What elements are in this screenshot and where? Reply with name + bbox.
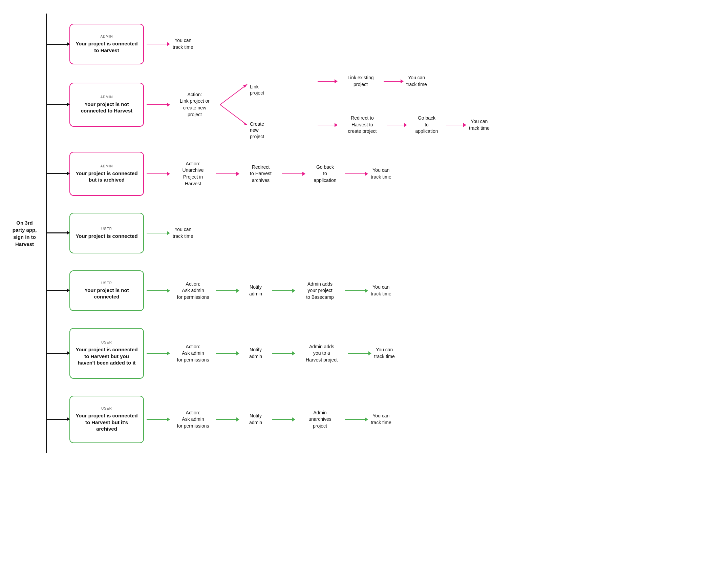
arrow-3c <box>282 172 305 176</box>
fork-container: Link project Create new project <box>220 78 254 132</box>
lower-branch-row: Redirect to Harvest to create project Go… <box>315 115 490 135</box>
arrow-branch-down-1 <box>318 123 338 127</box>
arrow-branch-down-3 <box>446 123 466 127</box>
arrow-6a <box>147 351 170 355</box>
arrow-head-5c <box>292 289 295 293</box>
arrow-line-6c <box>272 353 292 354</box>
fork-svg <box>220 78 254 132</box>
state-box-user-not-connected: USER Your project is not connected <box>69 270 144 311</box>
arrow-line-bu2 <box>384 81 401 82</box>
arrow-line-6b <box>216 353 236 354</box>
role-label-2: ADMIN <box>100 95 113 99</box>
step-3-1: Action: Unarchive Project in Harvest <box>173 161 213 187</box>
left-label: On 3rd party app, sign in to Harvest <box>13 219 37 248</box>
step-branch-up-2: You can track time <box>406 75 427 88</box>
step-7-4: You can track time <box>371 413 391 426</box>
branch-label-down: Create new project <box>250 115 264 140</box>
arrow-line-3c <box>282 173 302 174</box>
trunk-arrow-3 <box>67 171 70 175</box>
arrow-line-7c <box>272 419 292 420</box>
step-7-1: Action: Ask admin for permissions <box>173 410 213 430</box>
arrow-line-5b <box>216 290 236 291</box>
svg-line-1 <box>220 105 247 125</box>
arrow-line-3b <box>216 173 236 174</box>
arrow-3d <box>345 172 368 176</box>
state-box-admin-connected: ADMIN Your project is connected to Harve… <box>69 24 144 64</box>
trunk-branch-7 <box>46 419 69 420</box>
row2-main: ADMIN Your project is not connected to H… <box>46 75 720 135</box>
svg-line-0 <box>220 84 247 105</box>
arrow-5d <box>345 289 368 293</box>
arrow-5b <box>216 289 239 293</box>
outcome-1: You can track time <box>173 37 193 50</box>
arrow-head-3b <box>236 172 239 176</box>
arrow-head-7a <box>167 417 170 421</box>
first-step-2: Action: Link project or create new proje… <box>173 91 217 118</box>
arrow-line-bu1 <box>318 81 335 82</box>
state-title-2: Your project is not connected to Harvest <box>76 101 138 114</box>
trunk-arrow-4 <box>67 231 70 235</box>
arrow-head-7b <box>236 417 239 421</box>
row-admin-not-connected: ADMIN Your project is not connected to H… <box>46 75 720 145</box>
arrow-branch-down-2 <box>387 123 407 127</box>
arrow-head-bd2 <box>404 123 407 127</box>
arrow-line-7a <box>147 419 167 420</box>
state-box-user-archived: USER Your project is connected to Harves… <box>69 396 144 443</box>
arrow-line-bd2 <box>387 125 404 125</box>
arrow-head-4a <box>167 231 170 235</box>
outcome-4: You can track time <box>173 226 193 240</box>
state-title-7: Your project is connected to Harvest but… <box>76 412 138 432</box>
step-branch-down-3: You can track time <box>469 118 490 131</box>
role-label-7: USER <box>101 407 112 410</box>
role-label-3: ADMIN <box>100 164 113 168</box>
arrow-7b <box>216 417 239 421</box>
arrow-5c <box>272 289 295 293</box>
arrow-line-2a <box>147 104 167 105</box>
step-branch-down-1: Redirect to Harvest to create project <box>340 115 384 135</box>
step-3-2: Redirect to Harvest archives <box>242 164 279 184</box>
state-box-admin-archived: ADMIN Your project is connected but is a… <box>69 152 144 196</box>
arrow-head-5d <box>365 289 368 293</box>
arrow-head-3c <box>302 172 305 176</box>
arrow-2a <box>147 103 170 107</box>
role-label-5: USER <box>101 281 112 285</box>
arrow-head-5b <box>236 289 239 293</box>
arrow-branch-up-1 <box>318 79 338 83</box>
arrow-7d <box>345 417 368 421</box>
trunk-branch-5 <box>46 290 69 291</box>
arrow-head-3a <box>167 172 170 176</box>
step-6-4: You can track time <box>374 347 395 360</box>
trunk-branch-1 <box>46 44 69 45</box>
trunk-branch-2 <box>46 104 69 105</box>
arrow-6c <box>272 351 295 355</box>
arrow-7c <box>272 417 295 421</box>
row-user-archived: USER Your project is connected to Harves… <box>46 389 720 453</box>
arrow-3a <box>147 172 170 176</box>
arrow-6b <box>216 351 239 355</box>
arrow-head-bu2 <box>401 79 404 83</box>
arrow-6d <box>348 351 371 355</box>
state-box-admin-not-connected: ADMIN Your project is not connected to H… <box>69 83 144 127</box>
trunk-arrow-5 <box>67 288 70 292</box>
arrow-head-6b <box>236 351 239 355</box>
role-label-1: ADMIN <box>100 35 113 38</box>
step-5-2: Notify admin <box>242 284 269 297</box>
step-branch-up-1: Link existing project <box>340 75 381 88</box>
state-title-1: Your project is connected to Harvest <box>76 40 138 54</box>
arrow-head-bd3 <box>463 123 466 127</box>
state-title-5: Your project is not connected <box>76 287 138 300</box>
diagram: On 3rd party app, sign in to Harvest ADM… <box>8 14 720 453</box>
arrow-branch-up-2 <box>384 79 404 83</box>
row-admin-archived: ADMIN Your project is connected but is a… <box>46 145 720 206</box>
state-title-3: Your project is connected but is archive… <box>76 170 138 183</box>
step-5-1: Action: Ask admin for permissions <box>173 281 213 301</box>
role-label-4: USER <box>101 227 112 231</box>
arrow-head-bd1 <box>335 123 338 127</box>
arrow-head-6c <box>292 351 295 355</box>
trunk-arrow-1 <box>67 42 70 46</box>
trunk-branch-4 <box>46 232 69 233</box>
arrow-head-7d <box>365 417 368 421</box>
state-title-4: Your project is connected <box>76 233 137 240</box>
arrow-7a <box>147 417 170 421</box>
state-box-user-not-added: USER Your project is connected to Harves… <box>69 328 144 379</box>
